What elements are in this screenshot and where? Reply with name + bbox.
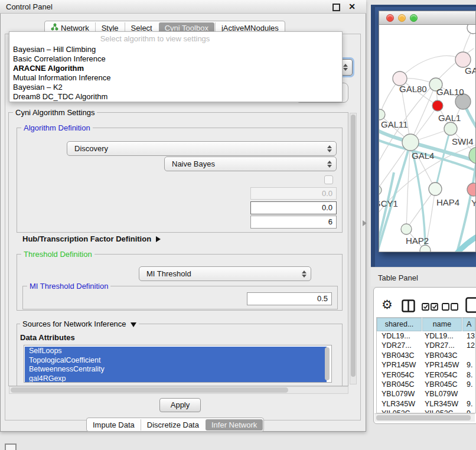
network-canvas[interactable]: GAL GAL80 GAL10 GAL1 GAL11 SWI4 GAL4 GCY… [379, 25, 475, 252]
column-header-shared-name[interactable]: shared... [377, 318, 422, 331]
manual-kernel-checkbox[interactable] [324, 175, 333, 184]
kernel-width-field[interactable]: 0.0 [250, 187, 337, 200]
attributes-list-scrollbar[interactable] [324, 347, 331, 381]
network-node-red[interactable] [432, 100, 443, 111]
network-node[interactable] [467, 25, 475, 34]
algorithm-option[interactable]: Basic Correlation Inference [13, 54, 106, 64]
hub-section-toggle[interactable]: Hub/Transcription Factor Definition [22, 234, 161, 243]
network-node-gal1[interactable] [444, 122, 457, 135]
table-row[interactable]: YPR145W YPR145W 9. [377, 360, 475, 370]
table-row[interactable]: YDR27... YDR27... 12 [377, 341, 475, 350]
columns-icon[interactable] [402, 299, 415, 315]
node-label: GAL1 [438, 113, 461, 123]
column-header-name[interactable]: name [422, 318, 462, 331]
sources-group-header[interactable]: Sources for Network Inference [20, 319, 139, 328]
aracne-mode-value: Discovery [67, 144, 108, 153]
algorithm-placeholder: Select algorithm to view settings [9, 34, 342, 43]
which-threshold-combo[interactable]: MI Threshold [139, 266, 311, 281]
cell: YBL079W [422, 389, 462, 399]
network-window-titlebar[interactable] [379, 11, 475, 25]
export-table-icon[interactable] [465, 297, 476, 315]
attribute-item-selected[interactable]: BetweennessCentrality [25, 365, 327, 374]
cell: 13 [462, 331, 475, 341]
cell [462, 351, 475, 360]
cell: YIL052C [377, 409, 422, 413]
table-row[interactable]: YER054C YER054C 8. [377, 370, 475, 380]
deselect-all-icon[interactable] [442, 302, 458, 313]
zoom-traffic-light-icon[interactable] [410, 14, 418, 22]
tab-discretize-data[interactable]: Discretize Data [141, 419, 205, 431]
combo-arrows-icon [327, 145, 332, 152]
table-row[interactable]: YBR043C YBR043C [377, 351, 475, 360]
tab-discretize-data-label: Discretize Data [147, 420, 199, 429]
which-threshold-value: MI Threshold [139, 269, 191, 278]
node-label: Y [471, 198, 475, 208]
table-row[interactable]: YLR345W YLR345W 9. [377, 399, 475, 409]
cyni-bottom-tabbar: Impute Data Discretize Data Infer Networ… [86, 418, 264, 432]
cell: YLR345W [422, 399, 462, 409]
tab-impute-data[interactable]: Impute Data [87, 419, 141, 431]
network-node-swi4[interactable] [469, 147, 475, 164]
tab-infer-network-label: Infer Network [211, 420, 257, 429]
cell: YER054C [422, 370, 462, 380]
minimized-panel-icon[interactable] [5, 444, 17, 450]
panel-splitter-arrow[interactable] [363, 220, 367, 226]
table-panel-header: Table Panel [371, 267, 476, 286]
cell: YBR045C [377, 380, 422, 389]
table-row[interactable]: YDL19... YDL19... 13 [377, 331, 475, 341]
aracne-mode-combo[interactable]: Discovery [67, 141, 337, 156]
node-table: shared... name A YDL19... YDL19... 13 YD… [376, 317, 476, 413]
table-header-row: shared... name A [377, 318, 475, 331]
network-node-gal4[interactable] [402, 134, 419, 151]
column-header-partial[interactable]: A [462, 318, 475, 331]
tab-infer-network[interactable]: Infer Network [206, 419, 263, 431]
node-label: HAP2 [406, 236, 429, 246]
cell: 9. [462, 380, 475, 389]
cell: 12 [462, 341, 475, 350]
minimize-traffic-light-icon[interactable] [398, 14, 406, 22]
algorithm-option[interactable]: Mutual Information Inference [13, 73, 110, 83]
algorithm-option-selected[interactable]: ARACNE Algorithm [13, 64, 84, 73]
network-node-hap2[interactable] [401, 224, 412, 234]
control-panel-titlebar[interactable]: Control Panel ✕ [0, 0, 366, 14]
cell: 9 [462, 409, 475, 413]
collapse-down-icon [131, 322, 136, 327]
table-row[interactable]: YBR045C YBR045C 9. [377, 380, 475, 389]
cell: 9. [462, 360, 475, 370]
close-traffic-light-icon[interactable] [386, 14, 394, 22]
data-attributes-list: SelfLoops TopologicalCoefficient Between… [24, 345, 332, 383]
cyni-settings-group-title: Cyni Algorithm Settings [13, 108, 97, 117]
settings-horizontal-scrollbar[interactable] [9, 386, 348, 394]
algorithm-option[interactable]: Bayesian – K2 [13, 83, 63, 92]
cell: YBR045C [422, 380, 462, 389]
control-panel-title: Control Panel [6, 2, 53, 11]
mi-type-combo[interactable]: Naive Bayes [164, 156, 337, 171]
float-window-icon[interactable] [332, 4, 340, 11]
hub-section-label: Hub/Transcription Factor Definition [22, 234, 151, 243]
algorithm-definition-title: Algorithm Definition [21, 123, 93, 132]
close-icon[interactable]: ✕ [348, 2, 356, 11]
table-horizontal-scrollbar[interactable] [374, 413, 475, 422]
dpi-tolerance-field[interactable]: 0.0 [250, 201, 337, 214]
network-node-hap4[interactable] [429, 182, 442, 195]
attribute-item-selected[interactable]: gal4RGexp [25, 374, 327, 383]
attribute-item-selected[interactable]: SelfLoops [25, 347, 327, 356]
select-all-icon[interactable] [422, 302, 438, 313]
cell: YBR043C [422, 351, 462, 360]
algorithm-option[interactable]: Dream8 DC_TDC Algorithm [13, 92, 107, 102]
network-node-gcy1[interactable] [379, 185, 382, 195]
node-label: SWI4 [452, 136, 474, 146]
network-node-salmon[interactable] [467, 183, 475, 196]
node-label: GAL10 [436, 87, 464, 97]
mi-steps-field[interactable]: 6 [250, 216, 337, 229]
cell: YLR345W [377, 399, 422, 409]
table-row[interactable]: YBL079W YBL079W [377, 389, 475, 399]
settings-vertical-scrollbar[interactable] [350, 113, 357, 384]
table-row[interactable]: YIL052C YIL052C 9 [377, 409, 475, 413]
apply-button[interactable]: Apply [159, 398, 201, 412]
algorithm-option[interactable]: Bayesian – Hill Climbing [13, 45, 96, 54]
gear-icon[interactable]: ⚙ [382, 298, 393, 312]
algorithm-combo-stepper[interactable] [341, 59, 353, 76]
attribute-item-selected[interactable]: TopologicalCoefficient [25, 356, 327, 366]
mi-threshold-field[interactable]: 0.5 [247, 292, 332, 305]
